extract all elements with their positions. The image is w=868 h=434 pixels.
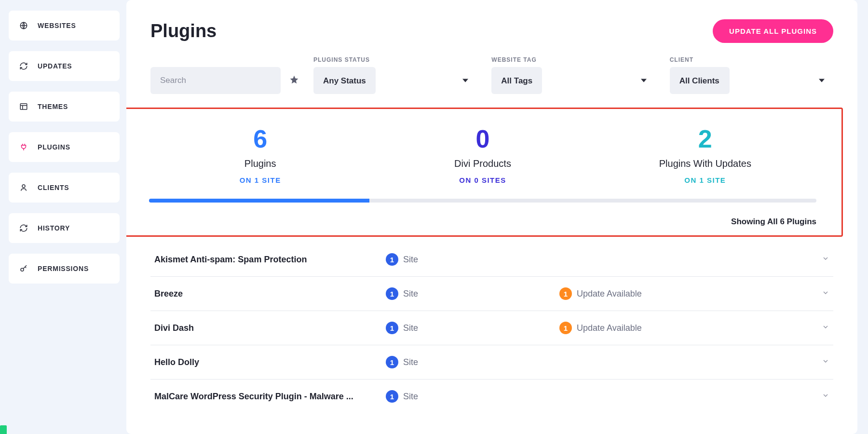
sidebar-item-plugins[interactable]: PLUGINS — [9, 132, 120, 162]
update-text: Update Available — [577, 323, 642, 333]
stat-plugins-sub: ON 1 SITE — [149, 176, 371, 184]
stat-divi-count: 0 — [371, 126, 594, 151]
progress-bar — [149, 199, 816, 203]
plugin-site-count: 1 Site — [386, 390, 559, 403]
plugins-status-label: PLUGINS STATUS — [313, 56, 477, 63]
site-count-badge: 1 — [386, 390, 398, 403]
site-count-badge: 1 — [386, 253, 398, 266]
chevron-down-icon[interactable] — [822, 323, 829, 333]
svg-point-3 — [21, 268, 24, 271]
client-select[interactable]: All Clients — [670, 67, 730, 94]
site-label: Site — [403, 357, 418, 367]
client-label: CLIENT — [670, 56, 833, 63]
chevron-down-icon[interactable] — [822, 255, 829, 264]
svg-point-2 — [22, 185, 25, 188]
site-count-badge: 1 — [386, 356, 398, 368]
plugin-row[interactable]: Akismet Anti-spam: Spam Protection 1 Sit… — [150, 243, 833, 277]
plugin-site-count: 1 Site — [386, 287, 559, 300]
user-icon — [19, 183, 28, 192]
plugin-list: Akismet Anti-spam: Spam Protection 1 Sit… — [150, 243, 833, 413]
sidebar-item-label: PLUGINS — [38, 143, 109, 151]
site-count-badge: 1 — [386, 322, 398, 334]
stat-updates-sub: ON 1 SITE — [594, 176, 816, 184]
globe-icon — [19, 21, 28, 30]
plugin-update-col: 1 Update Available — [559, 322, 822, 334]
history-icon — [19, 224, 28, 232]
plugin-update-col: 1 Update Available — [559, 287, 822, 300]
stat-divi-products[interactable]: 0 Divi Products ON 0 SITES — [371, 126, 594, 184]
sidebar-item-label: HISTORY — [38, 224, 109, 232]
update-text: Update Available — [577, 289, 642, 299]
plugin-row[interactable]: Hello Dolly 1 Site — [150, 345, 833, 380]
showing-count-text: Showing All 6 Plugins — [149, 217, 816, 227]
site-count-badge: 1 — [386, 287, 398, 300]
plug-icon — [19, 143, 28, 151]
sidebar-item-updates[interactable]: UPDATES — [9, 51, 120, 81]
key-icon — [19, 264, 28, 273]
plugin-name: MalCare WordPress Security Plugin - Malw… — [154, 392, 386, 402]
plugin-name: Hello Dolly — [154, 357, 386, 367]
website-tag-label: WEBSITE TAG — [491, 56, 655, 63]
search-input[interactable] — [150, 67, 281, 94]
progress-fill — [149, 199, 369, 203]
update-all-plugins-button[interactable]: UPDATE ALL PLUGINS — [713, 19, 833, 43]
site-label: Site — [403, 289, 418, 299]
stat-plugins-with-updates[interactable]: 2 Plugins With Updates ON 1 SITE — [594, 126, 816, 184]
sidebar-item-label: WEBSITES — [38, 22, 109, 29]
sidebar-item-clients[interactable]: CLIENTS — [9, 173, 120, 203]
stat-updates-count: 2 — [594, 126, 816, 151]
plugin-name: Breeze — [154, 289, 386, 299]
refresh-icon — [19, 62, 28, 70]
sidebar-item-history[interactable]: HISTORY — [9, 213, 120, 243]
chevron-down-icon[interactable] — [822, 289, 829, 298]
stat-updates-label: Plugins With Updates — [594, 158, 816, 169]
sidebar: WEBSITES UPDATES THEMES PLUGINS CLIENTS … — [0, 0, 126, 434]
header-row: Plugins UPDATE ALL PLUGINS — [150, 19, 833, 43]
stat-divi-sub: ON 0 SITES — [371, 176, 594, 184]
site-label: Site — [403, 255, 418, 265]
sidebar-item-label: PERMISSIONS — [38, 265, 109, 272]
plugins-status-select[interactable]: Any Status — [313, 67, 376, 94]
layout-icon — [19, 102, 28, 111]
update-count-badge: 1 — [559, 322, 572, 334]
star-icon[interactable] — [289, 75, 299, 87]
stat-plugins-count: 6 — [149, 126, 371, 151]
svg-rect-1 — [20, 104, 27, 109]
website-tag-select[interactable]: All Tags — [491, 67, 542, 94]
stat-plugins-label: Plugins — [149, 158, 371, 169]
sidebar-item-themes[interactable]: THEMES — [9, 92, 120, 122]
sidebar-item-label: THEMES — [38, 103, 109, 110]
plugin-row[interactable]: MalCare WordPress Security Plugin - Malw… — [150, 380, 833, 413]
plugin-site-count: 1 Site — [386, 253, 559, 266]
plugin-site-count: 1 Site — [386, 322, 559, 334]
sidebar-item-label: UPDATES — [38, 62, 109, 70]
plugin-name: Divi Dash — [154, 323, 386, 333]
chevron-down-icon[interactable] — [822, 357, 829, 367]
plugin-row[interactable]: Divi Dash 1 Site 1 Update Available — [150, 311, 833, 345]
sidebar-item-label: CLIENTS — [38, 184, 109, 191]
stats-panel: 6 Plugins ON 1 SITE 0 Divi Products ON 0… — [126, 108, 843, 237]
site-label: Site — [403, 392, 418, 402]
site-label: Site — [403, 323, 418, 333]
plugin-site-count: 1 Site — [386, 356, 559, 368]
filter-row: PLUGINS STATUS Any Status WEBSITE TAG Al… — [150, 56, 833, 94]
plugin-row[interactable]: Breeze 1 Site 1 Update Available — [150, 277, 833, 311]
plugin-name: Akismet Anti-spam: Spam Protection — [154, 255, 386, 265]
update-count-badge: 1 — [559, 287, 572, 300]
main-panel: Plugins UPDATE ALL PLUGINS PLUGINS STATU… — [126, 0, 857, 434]
sidebar-item-websites[interactable]: WEBSITES — [9, 11, 120, 41]
sidebar-item-permissions[interactable]: PERMISSIONS — [9, 254, 120, 284]
chevron-down-icon[interactable] — [822, 392, 829, 401]
stat-plugins[interactable]: 6 Plugins ON 1 SITE — [149, 126, 371, 184]
stat-divi-label: Divi Products — [371, 158, 594, 169]
page-title: Plugins — [150, 21, 217, 41]
